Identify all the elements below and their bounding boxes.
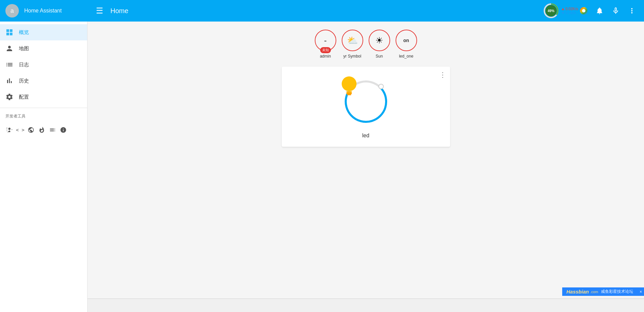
chrome-icon (580, 7, 587, 14)
person-icon (5, 44, 13, 53)
header-center: ☰ Home (93, 4, 128, 18)
network-speeds: ▲ 0.02K/s ▼ 0.1K/s (561, 7, 578, 15)
sidebar-item-log-label: 日志 (19, 62, 29, 68)
status-circle-yr[interactable]: ⛅ (342, 30, 363, 51)
download-speed: ▼ 0.1K/s (561, 11, 578, 15)
upload-speed: ▲ 0.02K/s (561, 7, 578, 11)
sidebar: 概览 地图 日志 历史 配置 开发者工具 < > (0, 22, 88, 312)
network-percent: 49% (545, 5, 557, 16)
admin-badge: 未知 (320, 47, 331, 53)
mic-button[interactable] (609, 4, 622, 18)
sidebar-item-map[interactable]: 地图 (0, 40, 87, 57)
watermark-subtext: 咸鱼彩星技术论坛 (601, 289, 633, 294)
admin-symbol: - (324, 36, 327, 45)
dev-tools-row: < > (0, 122, 87, 138)
sidebar-item-history[interactable]: 历史 (0, 73, 87, 89)
dev-tool-info[interactable] (59, 126, 67, 134)
sidebar-item-config-label: 配置 (19, 94, 29, 100)
dev-tool-fire[interactable] (38, 126, 46, 134)
svg-point-3 (342, 76, 357, 91)
card-menu-button[interactable]: ⋮ (439, 71, 446, 79)
svg-rect-5 (347, 94, 351, 95)
watermark-text: Hassbian (566, 289, 589, 294)
grid-icon (5, 28, 13, 36)
notification-button[interactable] (593, 4, 606, 18)
taskbar: home assistant ....exe ^ (0, 299, 644, 312)
sidebar-item-history-label: 历史 (19, 78, 29, 84)
main-content: - 未知 admin ⛅ yr Symbol ☀ Sun on led_one (88, 22, 644, 312)
led-dial-container: led (290, 75, 442, 139)
sidebar-item-overview[interactable]: 概览 (0, 24, 87, 40)
more-menu-button[interactable] (625, 4, 639, 18)
network-widget[interactable]: 49% ▲ 0.02K/s ▼ 0.1K/s (540, 1, 590, 20)
hamburger-button[interactable]: ☰ (93, 4, 106, 18)
status-item-admin[interactable]: - 未知 admin (315, 30, 336, 59)
watermark-close-button[interactable]: × (640, 289, 642, 294)
dev-tool-api[interactable] (27, 126, 35, 134)
sun-symbol: ☀ (375, 35, 383, 46)
sidebar-item-overview-label: 概览 (19, 29, 29, 36)
watermark: Hassbian .com 咸鱼彩星技术论坛 × (562, 287, 644, 296)
bulb-svg (339, 75, 359, 98)
dev-tool-remote[interactable] (5, 126, 13, 134)
app-title: Home Assistant (24, 8, 62, 14)
bar-chart-icon (5, 77, 13, 85)
led-label: led (362, 133, 369, 139)
yr-label: yr Symbol (343, 54, 361, 59)
led-dial[interactable] (339, 75, 393, 129)
page-title: Home (110, 7, 128, 15)
sidebar-item-config[interactable]: 配置 (0, 89, 87, 105)
sidebar-divider (0, 108, 87, 108)
header-left: a Home Assistant (5, 4, 93, 18)
status-item-sun[interactable]: ☀ Sun (369, 30, 390, 59)
header: a Home Assistant ☰ Home 49% ▲ 0.02K/s ▼ (0, 0, 644, 22)
status-item-led-one[interactable]: on led_one (396, 30, 417, 59)
admin-label: admin (320, 54, 331, 59)
list-icon (5, 61, 13, 69)
status-circle-admin[interactable]: - 未知 (315, 30, 336, 51)
avatar[interactable]: a (5, 4, 19, 18)
status-item-yr[interactable]: ⛅ yr Symbol (342, 30, 363, 59)
watermark-suffix: .com (590, 290, 598, 294)
sidebar-item-map-label: 地图 (19, 45, 29, 52)
status-bar: - 未知 admin ⛅ yr Symbol ☀ Sun on led_one (96, 30, 636, 59)
settings-icon (5, 93, 13, 101)
network-circle-container: 49% (543, 3, 559, 19)
header-right: 49% ▲ 0.02K/s ▼ 0.1K/s (540, 1, 639, 20)
status-circle-led-one[interactable]: on (396, 30, 417, 51)
yr-symbol: ⛅ (347, 35, 358, 46)
dev-tool-code[interactable]: < > (16, 126, 24, 134)
dev-tool-template[interactable] (48, 126, 57, 134)
sidebar-item-log[interactable]: 日志 (0, 57, 87, 73)
led-one-symbol: on (403, 38, 409, 43)
dev-tools-title: 开发者工具 (0, 111, 87, 122)
sun-label: Sun (376, 54, 383, 59)
status-circle-sun[interactable]: ☀ (369, 30, 390, 51)
led-card: ⋮ (282, 67, 450, 147)
led-one-label: led_one (399, 54, 413, 59)
svg-point-2 (379, 84, 383, 89)
